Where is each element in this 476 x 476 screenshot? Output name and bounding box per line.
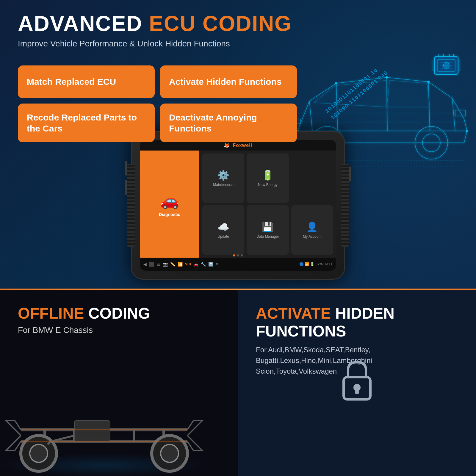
- side-button-1: [125, 161, 127, 176]
- tablet-screen: 🦊 Foxwell 🚗 Diagnostic ⚙️ M: [140, 140, 336, 271]
- grip-left: [127, 164, 135, 247]
- activate-title-white2: FUNCTIONS: [256, 322, 346, 340]
- dot-3: [241, 254, 243, 256]
- top-section: ADVANCED ECU CODING Improve Vehicle Perf…: [0, 0, 476, 289]
- feature-btn-activate-hidden[interactable]: Activate Hidden Functions: [160, 65, 297, 98]
- app-new-energy[interactable]: 🔋 New Energy: [247, 154, 289, 203]
- feature-btn-match-ecu[interactable]: Match Replaced ECU: [18, 65, 155, 98]
- app-my-account[interactable]: 👤 My Account: [291, 205, 333, 255]
- svg-rect-6: [455, 110, 466, 116]
- diagnostic-label: Diagnostic: [159, 212, 180, 217]
- new-energy-icon: 🔋: [262, 170, 274, 181]
- dot-2: [237, 254, 239, 256]
- title-orange: ECU CODING: [149, 12, 292, 35]
- svg-rect-48: [355, 388, 359, 394]
- bottom-section: OFFLINE CODING For BMW E Chassis: [0, 290, 476, 476]
- app-update[interactable]: ☁️ Update: [202, 205, 244, 255]
- camera-icon: 📷: [163, 262, 168, 267]
- back-icon: ◀: [143, 262, 147, 267]
- pen-icon: ✏️: [170, 262, 175, 267]
- my-account-icon: 👤: [306, 221, 318, 233]
- new-energy-label: New Energy: [258, 183, 277, 187]
- svg-point-30: [443, 62, 449, 68]
- tool-icon: 🔧: [201, 262, 206, 267]
- grip-right: [341, 164, 349, 247]
- update-icon: ☁️: [217, 221, 229, 233]
- offline-title-white: CODING: [88, 305, 150, 322]
- signal-icon: 📶: [178, 262, 183, 267]
- header-subtitle: Improve Vehicle Performance & Unlock Hid…: [18, 39, 458, 48]
- update-label: Update: [217, 234, 229, 239]
- car-chassis-image: [0, 382, 217, 476]
- home-icon: ⬛: [149, 262, 154, 267]
- binary-text: 1010001101100001 10 101090-1101100001 04…: [323, 62, 390, 122]
- side-button-2: [125, 180, 127, 195]
- app-maintenance[interactable]: ⚙️ Maintenance: [202, 154, 244, 203]
- foxwell-logo: 🦊 Foxwell: [224, 143, 252, 148]
- my-account-label: My Account: [303, 234, 321, 239]
- data-manager-label: Data Manager: [256, 234, 279, 239]
- title-white: ADVANCED: [18, 12, 143, 35]
- status-bar: ◀ ⬛ ▤ 📷 ✏️ 📶 VCi 🚗 🔧 ⬆️ ≡ 🔵 📶 🔋 87% 09:1…: [140, 258, 336, 271]
- data-manager-icon: 💾: [262, 221, 274, 233]
- svg-rect-43: [74, 421, 110, 441]
- maintenance-icon: ⚙️: [217, 170, 229, 181]
- activate-title-orange: ACTIVATE: [256, 305, 331, 322]
- svg-point-9: [466, 130, 468, 132]
- diagnostic-tile[interactable]: 🚗 Diagnostic: [140, 151, 199, 258]
- feature-btn-recode-parts[interactable]: Recode Replaced Parts to the Cars: [18, 104, 155, 142]
- activate-hidden-panel: ACTIVATE HIDDEN FUNCTIONS For Audi,BMW,S…: [238, 290, 476, 476]
- main-title: ADVANCED ECU CODING: [18, 12, 458, 35]
- svg-point-11: [427, 81, 430, 83]
- lock-icon: [339, 359, 375, 408]
- upload-icon: ⬆️: [208, 262, 213, 267]
- offline-coding-panel: OFFLINE CODING For BMW E Chassis: [0, 290, 238, 476]
- feature-grid: Match Replaced ECU Activate Hidden Funct…: [18, 65, 297, 142]
- tablet-device: 🦊 Foxwell 🚗 Diagnostic ⚙️ M: [131, 131, 345, 280]
- activate-title: ACTIVATE HIDDEN FUNCTIONS: [256, 305, 458, 340]
- offline-subtitle: For BMW E Chassis: [18, 325, 223, 335]
- app-grid: ⚙️ Maintenance 🔋 New Energy ☁️ Update: [199, 151, 336, 258]
- activate-title-white1: HIDDEN: [335, 305, 394, 322]
- feature-btn-deactivate-annoying[interactable]: Deactivate Annoying Functions: [160, 104, 297, 142]
- car-icon: 🚗: [193, 262, 198, 267]
- svg-point-10: [335, 82, 337, 84]
- svg-rect-14: [437, 60, 455, 71]
- status-info: 🔵 📶 🔋 87% 09:11: [299, 262, 333, 266]
- menu-icon: ▤: [156, 262, 160, 267]
- list-icon: ≡: [216, 262, 218, 267]
- svg-rect-13: [434, 57, 458, 74]
- app-data-manager[interactable]: 💾 Data Manager: [247, 205, 289, 255]
- vc-icon: VCi: [185, 262, 191, 266]
- dot-1: [233, 254, 235, 256]
- offline-title: OFFLINE CODING: [18, 305, 223, 322]
- page-dots: [233, 254, 243, 256]
- offline-title-orange: OFFLINE: [18, 305, 84, 322]
- svg-point-2: [415, 126, 448, 159]
- maintenance-label: Maintenance: [213, 183, 234, 187]
- svg-point-40: [30, 444, 48, 462]
- svg-point-3: [422, 134, 440, 152]
- side-button-3: [349, 167, 351, 181]
- diagnostic-icon: 🚗: [160, 192, 179, 210]
- svg-point-12: [386, 76, 388, 79]
- svg-point-42: [161, 444, 178, 462]
- screen-content: 🚗 Diagnostic ⚙️ Maintenance 🔋 New Energy: [140, 151, 336, 258]
